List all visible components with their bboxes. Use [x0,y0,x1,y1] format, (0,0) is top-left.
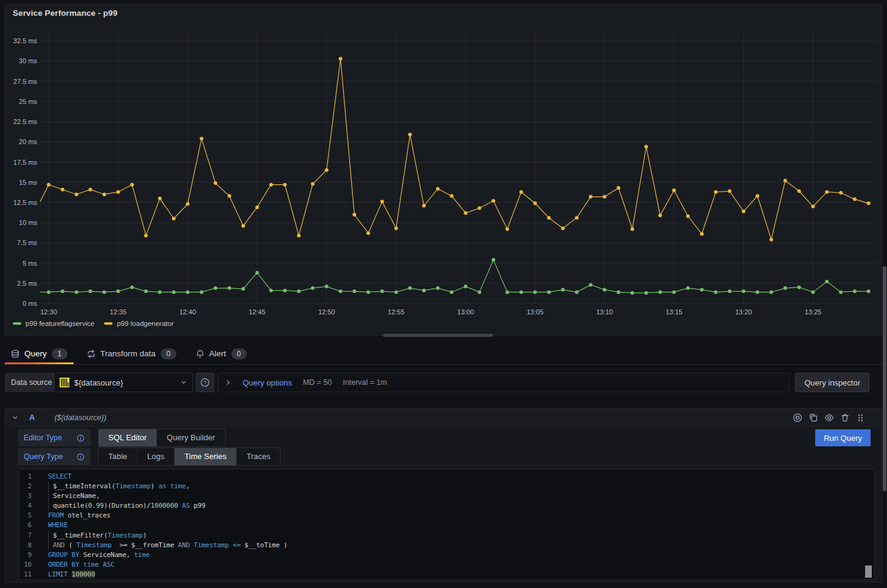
chevron-down-icon[interactable] [12,414,19,421]
series-point [172,217,176,221]
option-logs[interactable]: Logs [137,448,175,465]
page-scrollbar[interactable] [882,0,887,588]
sql-line-4[interactable]: 4quantile(0.99)(Duration)/1000000 AS p99 [19,501,874,511]
sql-line-5[interactable]: 5FROM otel_traces [19,511,874,521]
tab-alert[interactable]: Alert 0 [190,343,253,364]
series-point [547,290,551,294]
series-point [617,186,621,190]
series-point [658,213,662,217]
series-point [186,290,189,294]
query-inspector-button[interactable]: Query inspector [795,373,869,392]
editor-tabbar: Query 1 Transform data 0 Alert 0 [0,343,887,365]
option-traces[interactable]: Traces [237,448,280,465]
trash-icon[interactable] [840,413,850,423]
sql-line-6[interactable]: 6WHERE [19,521,874,530]
series-point [575,290,579,294]
sql-lines: 1SELECT2$__timeInterval(Timestamp) as ti… [19,472,874,579]
series-point [506,227,509,231]
y-tick-label: 20 ms [19,138,37,145]
tab-transform-data[interactable]: Transform data 0 [81,343,183,364]
series-point [534,201,537,205]
series-point [630,291,634,295]
datasource-logo-icon [60,378,69,387]
series-point [672,290,676,294]
series-point [520,190,523,194]
series-point [61,188,64,192]
sql-line-10[interactable]: 10ORDER BY time ASC [19,560,874,570]
series-point [75,290,78,294]
tab-alert-label: Alert [209,349,226,358]
option-table[interactable]: Table [99,448,137,465]
series-point [297,289,301,293]
duplicate-icon[interactable] [809,413,818,423]
page-scrollbar-thumb[interactable] [883,266,886,491]
series-point [589,283,593,286]
datasource-picker[interactable]: ${datasource} [54,373,193,392]
query-type-chip[interactable]: Query Type [18,448,91,465]
option-time-series[interactable]: Time Series [175,448,237,465]
series-point [575,216,579,220]
info-circle-icon [77,434,85,442]
legend-item-featureflagservice[interactable]: p99 featureflagservice [13,320,94,327]
editor-scrollbar-thumb[interactable] [865,566,872,578]
sql-line-2[interactable]: 2$__timeInterval(Timestamp) as time, [19,482,874,491]
query-type-row: Query Type TableLogsTime SeriesTraces [18,448,280,465]
legend-item-loadgenerator[interactable]: p99 loadgenerator [104,320,173,327]
series-point [75,193,78,196]
panel-resize-handle[interactable] [383,334,493,337]
series-point [811,205,815,209]
y-tick-label: 17.5 ms [13,159,38,166]
sql-line-1[interactable]: 1SELECT [19,472,874,482]
y-tick-label: 30 ms [19,57,37,64]
series-point [380,289,384,293]
series-point [756,290,759,294]
record-circle-icon[interactable] [793,413,802,423]
series-point [47,183,50,187]
series-point [325,168,329,172]
option-sql-editor[interactable]: SQL Editor [99,429,157,446]
series-point [839,191,843,195]
series-point [297,233,301,237]
series-point [270,289,273,292]
query-header[interactable]: A (${datasource}) [5,409,882,427]
datasource-toolbar: Data source ${datasource} ? Query option… [0,373,887,392]
drag-handle-icon[interactable] [856,413,864,422]
sql-line-9[interactable]: 9GROUP BY ServiceName, time [19,550,874,560]
series-point [394,226,398,230]
query-options-md: MD = 50 [303,378,332,387]
eye-icon[interactable] [824,413,834,423]
series-point [714,290,718,294]
y-tick-label: 15 ms [19,179,37,186]
x-tick-label: 12:55 [388,308,405,316]
series-point [311,182,315,185]
x-tick-label: 13:15 [666,308,683,316]
run-query-button[interactable]: Run Query [815,429,871,446]
series-point [728,289,731,293]
series-point [436,286,440,290]
x-tick-label: 13:20 [735,308,752,316]
series-point [283,289,287,292]
series-point [61,289,64,293]
database-icon [11,350,19,358]
sql-line-3[interactable]: 3ServiceName, [19,491,874,501]
legend-label: p99 loadgenerator [117,320,173,327]
tab-query-label: Query [24,349,47,358]
query-options-toggle[interactable]: Query options MD = 50 Interval = 1m [218,373,789,392]
series-point [492,199,495,202]
x-tick-label: 13:05 [527,308,544,316]
option-query-builder[interactable]: Query Builder [157,429,224,446]
editor-type-chip[interactable]: Editor Type [18,429,91,446]
series-point [756,194,759,198]
sql-line-7[interactable]: 7$__timeFilter(Timestamp) [19,531,874,541]
tab-query[interactable]: Query 1 [5,343,74,364]
datasource-help-button[interactable]: ? [196,373,214,392]
series-point [506,290,509,294]
sql-line-8[interactable]: 8AND ( Timestamp >= $__fromTime AND Time… [19,541,874,550]
sql-code-editor[interactable]: 1SELECT2$__timeInterval(Timestamp) as ti… [19,469,875,580]
series-point [686,286,690,290]
series-point [89,188,92,192]
y-tick-label: 27.5 ms [13,78,38,85]
sql-line-11[interactable]: 11LIMIT 100000 [19,570,874,579]
series-point [853,289,857,293]
series-point [102,193,106,196]
